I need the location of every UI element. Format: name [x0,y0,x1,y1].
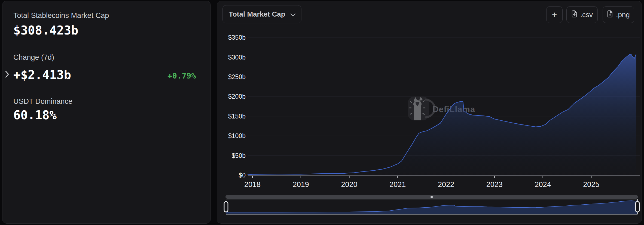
usdt-dominance-value: 60.18% [13,108,57,122]
download-png-label: .png [616,11,630,19]
file-download-icon [571,10,578,19]
metric-selector-label: Total Market Cap [229,10,285,18]
add-chart-button[interactable]: + [546,6,563,23]
change-7d-label: Change (7d) [13,53,54,62]
file-download-icon [607,10,613,19]
market-cap-label: Total Stablecoins Market Cap [13,11,109,20]
chart-panel: Total Market Cap + .csv [217,1,642,224]
add-chart-label: + [552,10,557,20]
expand-chevron-icon[interactable] [4,70,10,79]
download-csv-label: .csv [580,11,593,19]
stablecoins-dashboard: Total Stablecoins Market Cap $308.423b C… [0,0,644,225]
metric-selector-dropdown[interactable]: Total Market Cap [222,5,301,23]
chevron-down-icon [290,10,296,18]
download-csv-button[interactable]: .csv [566,6,598,23]
market-cap-value: $308.423b [13,23,78,37]
stats-panel: Total Stablecoins Market Cap $308.423b C… [2,1,211,224]
change-7d-percent: +0.79% [167,71,196,80]
change-7d-value: +$2.413b [13,68,71,82]
download-png-button[interactable]: .png [603,6,634,23]
usdt-dominance-label: USDT Dominance [13,97,72,106]
